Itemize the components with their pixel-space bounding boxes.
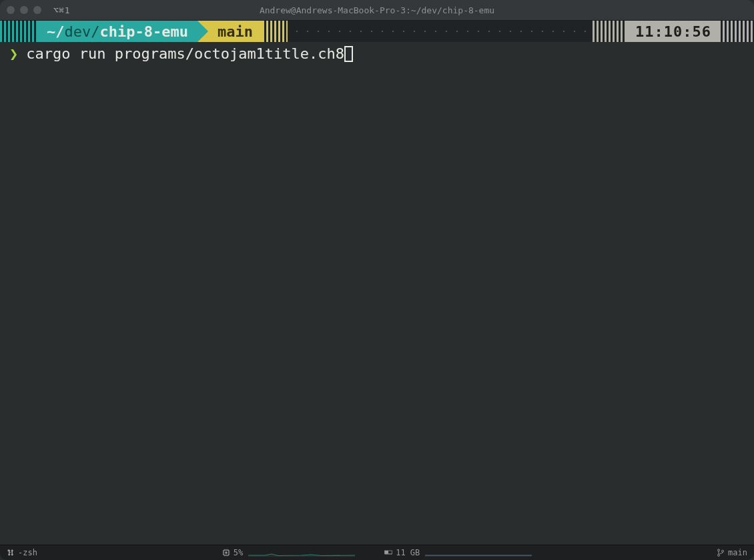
- memory-sparkline: [425, 549, 532, 557]
- svg-point-6: [718, 549, 720, 551]
- git-branch-icon: [717, 549, 725, 557]
- tab-shortcut: ⌥⌘1: [53, 5, 70, 15]
- powerline-arrow-icon: [198, 21, 208, 42]
- git-branch-name: main: [728, 548, 747, 557]
- memory-icon: [384, 549, 392, 557]
- shell-name: -zsh: [18, 548, 37, 557]
- sparkline-icon: [248, 549, 355, 557]
- dither-decoration-icon: [0, 21, 37, 42]
- svg-point-7: [718, 554, 720, 556]
- cpu-sparkline: [248, 549, 355, 557]
- path-dim: dev/: [65, 23, 100, 40]
- memory-indicator: 11 GB: [384, 548, 420, 557]
- svg-rect-1: [225, 552, 227, 554]
- window-titlebar: ⌥⌘1 Andrew@Andrews-MacBook-Pro-3:~/dev/c…: [0, 0, 754, 21]
- minimize-icon[interactable]: [20, 6, 28, 14]
- cpu-percent: 5%: [234, 548, 243, 557]
- clock-segment: 11:10:56: [626, 21, 721, 42]
- command-text[interactable]: cargo run programs/octojam1title.ch8: [26, 45, 344, 63]
- path-prefix: ~/: [47, 23, 65, 40]
- shell-indicator: -zsh: [7, 548, 37, 557]
- svg-rect-4: [385, 551, 388, 554]
- shell-status-line: ~/dev/chip-8-emu main 11:10:56: [0, 21, 754, 42]
- separator-dots-icon: [288, 21, 593, 42]
- memory-value: 11 GB: [396, 548, 420, 557]
- cpu-icon: [222, 549, 230, 557]
- git-branch-indicator[interactable]: main: [717, 548, 747, 557]
- cpu-indicator: 5%: [222, 548, 243, 557]
- cursor-icon: [344, 46, 353, 62]
- clock-time: 11:10:56: [635, 23, 711, 40]
- prompt-symbol: ❯: [9, 45, 18, 63]
- path-bold: chip-8-emu: [99, 23, 187, 40]
- window-title: Andrew@Andrews-MacBook-Pro-3:~/dev/chip-…: [0, 5, 754, 15]
- svg-point-8: [722, 550, 724, 552]
- dither-decoration-icon: [593, 21, 626, 42]
- traffic-lights[interactable]: [7, 6, 41, 14]
- dither-decoration-icon: [262, 21, 288, 42]
- prompt-line: ❯ cargo run programs/octojam1title.ch8: [9, 45, 745, 63]
- branch-name: main: [218, 23, 253, 40]
- terminal-output-area[interactable]: ❯ cargo run programs/octojam1title.ch8: [0, 42, 754, 545]
- branch-segment: main: [208, 21, 262, 42]
- bottom-status-bar: -zsh 5% 11 GB: [0, 545, 754, 560]
- dither-decoration-icon: [721, 21, 754, 42]
- close-icon[interactable]: [7, 6, 15, 14]
- path-segment: ~/dev/chip-8-emu: [37, 21, 198, 42]
- sparkline-icon: [425, 549, 532, 557]
- branch-icon: [7, 549, 15, 557]
- fullscreen-icon[interactable]: [33, 6, 41, 14]
